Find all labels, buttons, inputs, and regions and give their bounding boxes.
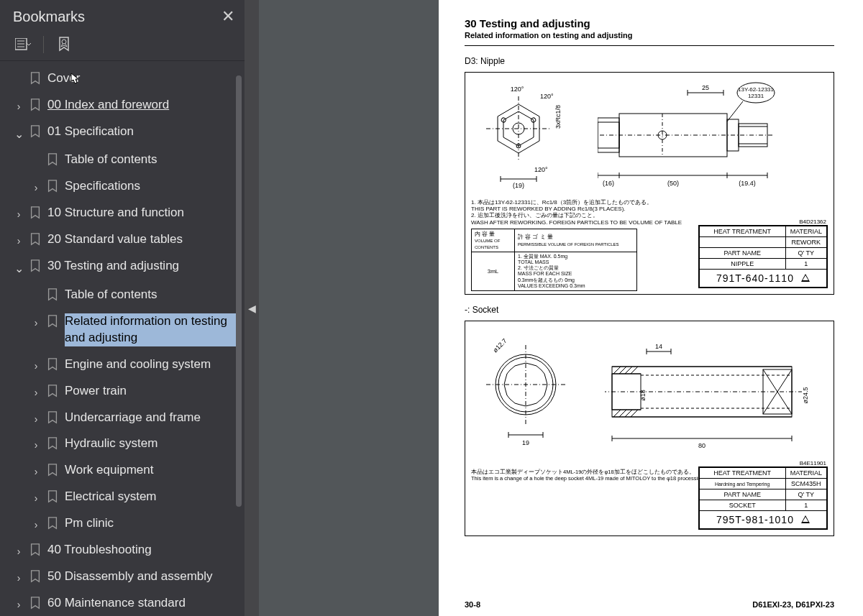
bookmark-label: Electrical system: [65, 489, 237, 505]
cursor-icon: [69, 73, 82, 87]
bookmark-item[interactable]: ›10 Structure and function: [0, 200, 245, 226]
bookmark-icon: [29, 543, 42, 556]
chevron-right-icon[interactable]: ›: [29, 518, 43, 532]
bookmark-item[interactable]: ›Electrical system: [0, 484, 245, 510]
scrollbar-thumb[interactable]: [236, 75, 242, 507]
socket-end-view: ø12.7 19: [475, 334, 583, 456]
bookmark-item[interactable]: ›Related information on testing and adju…: [0, 308, 245, 351]
chevron-right-icon[interactable]: ›: [12, 571, 26, 585]
section-subtitle: Related information on testing and adjus…: [465, 31, 834, 40]
svg-text:120°: 120°: [511, 86, 524, 93]
bookmark-item[interactable]: ›Engine and cooling system: [0, 351, 245, 378]
bookmark-icon: [29, 125, 42, 138]
chevron-right-icon[interactable]: ›: [29, 413, 43, 426]
chevron-right-icon[interactable]: ›: [29, 438, 43, 452]
bookmark-item[interactable]: ⌄01 Specification: [0, 119, 245, 147]
bookmark-icon: [46, 437, 59, 450]
svg-line-66: [613, 410, 621, 417]
svg-text:3xRc1/8: 3xRc1/8: [554, 105, 562, 129]
bookmark-item[interactable]: ›Pm clinic: [0, 510, 245, 537]
svg-text:120°: 120°: [534, 166, 548, 173]
bookmark-label: 10 Structure and function: [47, 205, 237, 221]
bookmark-label: Table of contents: [65, 287, 237, 303]
bookmark-label: 01 Specification: [47, 124, 237, 140]
bookmark-icon: [29, 206, 42, 219]
socket-drawing-frame: B4E11901 ø12.7 19: [465, 321, 834, 536]
chevron-right-icon[interactable]: ›: [29, 359, 43, 373]
bookmark-item[interactable]: Table of contents: [0, 282, 245, 308]
bookmark-item[interactable]: ›Undercarriage and frame: [0, 405, 245, 431]
svg-text:ø12.7: ø12.7: [491, 337, 508, 354]
bookmark-item[interactable]: ›00 Index and foreword: [0, 92, 245, 119]
chevron-right-icon[interactable]: ›: [12, 598, 26, 612]
close-icon[interactable]: ✕: [222, 7, 234, 26]
bookmark-item[interactable]: Table of contents: [0, 147, 245, 173]
svg-line-65: [631, 367, 638, 374]
chevron-down-icon[interactable]: ⌄: [12, 261, 26, 277]
bookmark-item[interactable]: ›40 Troubleshooting: [0, 537, 245, 564]
bookmark-label: 60 Maintenance standard: [47, 595, 237, 612]
bookmarks-title: Bookmarks: [13, 9, 85, 25]
socket-heading: -: Socket: [465, 305, 834, 315]
outline-options-icon[interactable]: [13, 35, 33, 55]
bookmark-item[interactable]: ›Power train: [0, 378, 245, 405]
svg-text:19: 19: [522, 439, 529, 446]
bookmark-icon: [46, 464, 59, 477]
svg-line-63: [619, 367, 626, 374]
bookmark-item[interactable]: ›Specifications: [0, 173, 245, 200]
socket-title-block: HEAT TREATMENTMATERIAL Hardning and Temp…: [698, 466, 828, 530]
svg-text:(16): (16): [603, 180, 614, 187]
bookmark-item[interactable]: ›Hydraulic system: [0, 431, 245, 457]
chevron-right-icon[interactable]: ›: [29, 492, 43, 505]
bookmark-icon: [46, 385, 59, 397]
svg-text:12331: 12331: [748, 93, 764, 99]
sidebar-collapse-handle[interactable]: ◀: [245, 0, 259, 616]
nipple-drawing-frame: B4D21362 120° 120° 3xRc1/8: [465, 72, 834, 295]
bookmark-icon: [46, 490, 59, 503]
bookmark-label: 20 Standard value tables: [47, 231, 237, 248]
bookmark-label: 30 Testing and adjusting: [47, 258, 237, 275]
svg-line-24: [727, 101, 743, 121]
chevron-right-icon[interactable]: ›: [29, 316, 43, 330]
bookmark-icon: [29, 233, 42, 246]
bookmark-item[interactable]: ›20 Standard value tables: [0, 226, 245, 253]
bookmark-label: Pm clinic: [65, 515, 237, 532]
scrollbar[interactable]: [236, 75, 242, 616]
chevron-right-icon[interactable]: ›: [12, 100, 26, 114]
svg-text:ø24.5: ø24.5: [802, 387, 809, 403]
chevron-right-icon[interactable]: ›: [29, 465, 43, 479]
bookmark-item[interactable]: ⌄30 Testing and adjusting: [0, 253, 245, 282]
bookmark-item[interactable]: ›60 Maintenance standard: [0, 590, 245, 616]
svg-text:14: 14: [655, 343, 662, 350]
d3-heading: D3: Nipple: [465, 56, 834, 66]
svg-line-68: [625, 410, 632, 417]
bookmark-label: 40 Troubleshooting: [47, 542, 237, 558]
chevron-right-icon[interactable]: ›: [12, 545, 26, 558]
chevron-right-icon[interactable]: ›: [12, 208, 26, 221]
svg-line-67: [619, 410, 626, 417]
bookmark-icon: [46, 517, 59, 530]
bookmark-label: Work equipment: [65, 462, 237, 479]
svg-text:80: 80: [698, 442, 706, 449]
chevron-right-icon[interactable]: ›: [12, 234, 26, 248]
bookmark-icon: [46, 358, 59, 371]
bookmark-item[interactable]: ›Work equipment: [0, 457, 245, 484]
svg-text:13Y-62-12331: 13Y-62-12331: [738, 86, 775, 93]
chevron-right-icon[interactable]: ›: [29, 181, 43, 195]
chevron-right-icon[interactable]: ›: [29, 386, 43, 400]
bookmark-icon: [29, 98, 42, 111]
bookmark-icon: [29, 597, 42, 610]
bookmark-icon: [46, 153, 59, 166]
bookmark-item[interactable]: ›50 Disassembly and assembly: [0, 564, 245, 590]
page-number: 30-8: [465, 600, 480, 609]
chevron-down-icon[interactable]: ⌄: [12, 127, 26, 142]
svg-text:(19): (19): [513, 182, 524, 189]
bookmark-ribbon-icon[interactable]: [54, 35, 74, 55]
bookmark-icon: [46, 180, 59, 193]
bookmarks-tree[interactable]: Cover›00 Index and foreword ⌄01 Specific…: [0, 61, 245, 616]
bookmark-label: Related information on testing and adjus…: [65, 313, 237, 346]
svg-text:25: 25: [702, 84, 709, 91]
bookmark-item[interactable]: Cover: [0, 65, 245, 92]
bookmark-icon: [29, 259, 42, 272]
svg-rect-27: [619, 114, 727, 157]
